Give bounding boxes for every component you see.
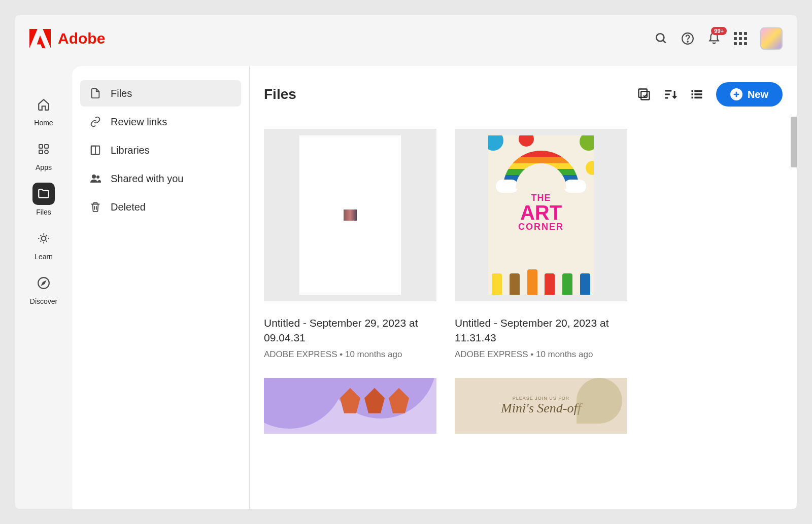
svg-rect-24 bbox=[691, 93, 693, 95]
leftbar-label: Home bbox=[34, 119, 53, 127]
page-title: Files bbox=[264, 86, 296, 102]
sidebar-label: Shared with you bbox=[111, 173, 183, 185]
sidebar-label: Deleted bbox=[111, 201, 146, 213]
trash-icon bbox=[89, 201, 101, 213]
leftbar-label: Discover bbox=[30, 297, 57, 305]
topbar-actions: 99+ bbox=[655, 27, 783, 50]
art-line3: CORNER bbox=[518, 222, 564, 232]
content: Files bbox=[250, 66, 797, 509]
notifications-icon[interactable]: 99+ bbox=[707, 32, 721, 45]
svg-line-1 bbox=[663, 40, 665, 43]
file-thumbnail: PLEASE JOIN US FOR Mini's Send-off bbox=[455, 378, 627, 434]
file-grid: Untitled - September 29, 2023 at 09.04.3… bbox=[264, 129, 783, 448]
sidebar-label: Files bbox=[111, 88, 132, 99]
apps-switcher-icon[interactable] bbox=[734, 32, 747, 45]
sort-icon[interactable] bbox=[663, 87, 678, 101]
file-icon bbox=[89, 87, 101, 99]
leftbar-item-learn[interactable]: Learn bbox=[32, 227, 55, 261]
link-icon bbox=[89, 116, 101, 128]
plus-icon bbox=[730, 88, 742, 100]
file-card[interactable] bbox=[264, 378, 436, 448]
header-actions: New bbox=[637, 82, 783, 107]
art-line2: ART bbox=[518, 203, 564, 222]
logo[interactable]: Adobe bbox=[29, 29, 105, 48]
notifications-badge: 99+ bbox=[711, 27, 727, 35]
folder-icon bbox=[32, 183, 55, 205]
svg-marker-10 bbox=[42, 282, 46, 285]
svg-rect-22 bbox=[691, 90, 693, 92]
search-icon[interactable] bbox=[655, 32, 668, 45]
apps-icon bbox=[32, 138, 55, 160]
leftbar-label: Files bbox=[36, 208, 51, 216]
svg-point-7 bbox=[45, 150, 48, 154]
app-window: Adobe 99+ Home bbox=[15, 15, 797, 509]
leftbar-item-home[interactable]: Home bbox=[32, 93, 55, 127]
new-button-label: New bbox=[748, 89, 768, 100]
svg-point-3 bbox=[687, 41, 688, 42]
sidebar-item-libraries[interactable]: Libraries bbox=[80, 137, 241, 163]
select-mode-icon[interactable] bbox=[637, 87, 651, 101]
sendoff-script: Mini's Send-off bbox=[501, 401, 581, 416]
list-view-icon[interactable] bbox=[690, 87, 704, 101]
svg-rect-25 bbox=[694, 93, 702, 95]
file-thumbnail: THE ART CORNER bbox=[455, 129, 627, 301]
svg-rect-5 bbox=[45, 145, 48, 148]
leftbar-label: Apps bbox=[36, 163, 52, 171]
leftbar-item-discover[interactable]: Discover bbox=[30, 272, 57, 305]
sidebar-label: Libraries bbox=[111, 145, 150, 156]
people-icon bbox=[89, 172, 101, 185]
file-title: Untitled - September 29, 2023 at 09.04.3… bbox=[264, 316, 436, 345]
svg-rect-26 bbox=[691, 97, 693, 99]
leftbar-label: Learn bbox=[35, 253, 53, 261]
topbar: Adobe 99+ bbox=[15, 15, 797, 57]
adobe-logo-icon bbox=[29, 29, 51, 48]
home-icon bbox=[32, 93, 55, 116]
body: Home Apps Files Learn bbox=[15, 57, 797, 509]
sendoff-small: PLEASE JOIN US FOR bbox=[513, 396, 570, 401]
file-meta: ADOBE EXPRESS • 10 months ago bbox=[455, 350, 627, 360]
content-header: Files bbox=[264, 82, 783, 107]
svg-rect-23 bbox=[694, 90, 702, 92]
brand-name: Adobe bbox=[58, 30, 105, 47]
sidebar-item-shared[interactable]: Shared with you bbox=[80, 165, 241, 192]
svg-rect-27 bbox=[694, 97, 702, 99]
file-card[interactable]: Untitled - September 29, 2023 at 09.04.3… bbox=[264, 129, 436, 360]
file-thumbnail bbox=[264, 378, 436, 434]
svg-point-0 bbox=[656, 33, 664, 41]
svg-point-13 bbox=[92, 174, 96, 179]
file-card[interactable]: PLEASE JOIN US FOR Mini's Send-off bbox=[455, 378, 627, 448]
learn-icon bbox=[32, 227, 55, 250]
file-title: Untitled - September 20, 2023 at 11.31.4… bbox=[455, 316, 627, 345]
sidebar: Files Review links Libraries bbox=[72, 66, 250, 509]
compass-icon bbox=[32, 272, 55, 294]
avatar[interactable] bbox=[760, 27, 783, 50]
svg-rect-6 bbox=[39, 150, 43, 154]
file-thumbnail bbox=[264, 129, 436, 301]
svg-point-8 bbox=[42, 236, 46, 241]
libraries-icon bbox=[89, 144, 101, 156]
file-meta: ADOBE EXPRESS • 10 months ago bbox=[264, 350, 436, 360]
sidebar-item-files[interactable]: Files bbox=[80, 80, 241, 107]
help-icon[interactable] bbox=[681, 32, 694, 45]
main-panel: Files Review links Libraries bbox=[72, 66, 797, 509]
svg-point-14 bbox=[96, 176, 99, 179]
sidebar-label: Review links bbox=[111, 116, 167, 128]
sidebar-item-deleted[interactable]: Deleted bbox=[80, 194, 241, 220]
svg-rect-4 bbox=[39, 145, 43, 148]
new-button[interactable]: New bbox=[716, 82, 783, 107]
leftbar-item-files[interactable]: Files bbox=[32, 183, 55, 216]
svg-rect-12 bbox=[91, 146, 95, 155]
scrollbar[interactable] bbox=[791, 117, 797, 167]
file-card[interactable]: THE ART CORNER bbox=[455, 129, 627, 360]
leftbar: Home Apps Files Learn bbox=[15, 57, 72, 509]
leftbar-item-apps[interactable]: Apps bbox=[32, 138, 55, 171]
sidebar-item-review-links[interactable]: Review links bbox=[80, 109, 241, 135]
